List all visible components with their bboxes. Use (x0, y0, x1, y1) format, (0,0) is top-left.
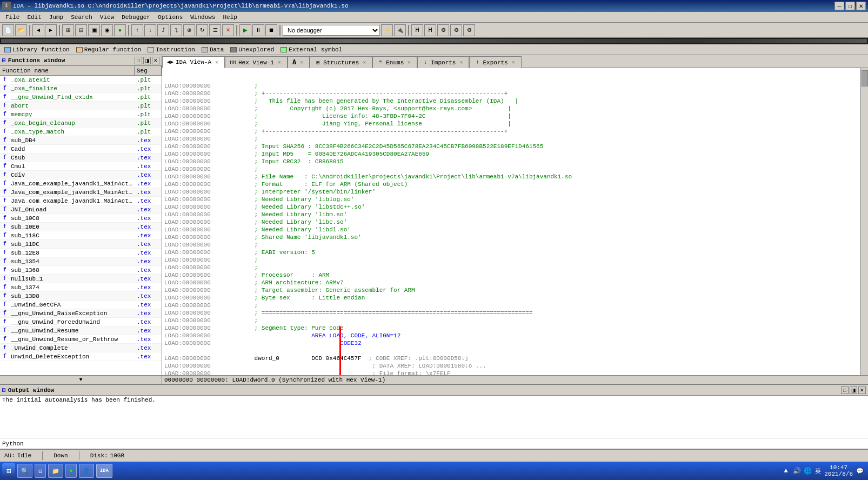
tab-enums-close[interactable]: ✕ (406, 59, 412, 66)
function-row[interactable]: f_oxa_type_match.plt (0, 128, 162, 136)
function-row[interactable]: fCdiv.tex (0, 171, 162, 179)
menu-help[interactable]: Help (219, 14, 240, 21)
tab-enums[interactable]: ≡ Enums ✕ (372, 56, 417, 68)
function-row[interactable]: fabort.plt (0, 102, 162, 110)
tab-ida-view-a-close[interactable]: ✕ (213, 59, 220, 65)
taskbar-ida-btn[interactable]: IDA (96, 464, 112, 478)
function-row[interactable]: fJava_com_example_javandk1_MainActivty….… (0, 188, 162, 197)
start-button[interactable]: ⊞ (2, 463, 15, 478)
panel-controls[interactable]: □ ◨ ✕ (135, 57, 159, 64)
function-row[interactable]: f__gnu_Unwind_Resume_or_Rethrow.tex (0, 335, 162, 344)
function-row[interactable]: f__gnu_Unwind_Find_exidx.plt (0, 93, 162, 102)
function-row[interactable]: fsub_DB4.tex (0, 136, 162, 145)
toolbar-play[interactable]: ▶ (239, 24, 251, 36)
tab-ida-view-a[interactable]: ◄► IDA View-A ✕ (162, 56, 225, 68)
menu-debugger[interactable]: Debugger (118, 14, 153, 21)
menu-search[interactable]: Search (68, 14, 96, 21)
scrollbar-thumb[interactable] (862, 70, 868, 86)
tab-a[interactable]: A ✕ (288, 56, 310, 68)
toolbar-btn2[interactable]: ⊟ (75, 24, 87, 36)
toolbar-btn1[interactable]: ⊞ (62, 24, 74, 36)
function-row[interactable]: fsub_1374.tex (0, 283, 162, 292)
taskbar-user-btn[interactable]: 👤 (79, 464, 94, 478)
menu-file[interactable]: File (2, 14, 23, 21)
toolbar-forward[interactable]: ► (45, 24, 57, 36)
toolbar-pause[interactable]: ⏸ (252, 24, 264, 36)
python-input[interactable] (26, 441, 866, 447)
taskbar-green-btn[interactable]: ● (65, 464, 77, 478)
menu-options[interactable]: Options (155, 14, 186, 21)
toolbar-hex4[interactable]: ⚙ (450, 24, 462, 36)
functions-list[interactable]: f_oxa_atexit.pltf_oxa_finalize.pltf__gnu… (0, 76, 162, 375)
function-row[interactable]: fJava_com_example_javandk1_MainActivity…… (0, 197, 162, 205)
toolbar-btn6[interactable]: ↓ (144, 24, 156, 36)
menu-edit[interactable]: Edit (24, 14, 44, 21)
menu-jump[interactable]: Jump (46, 14, 66, 21)
panel-float-button[interactable]: □ (135, 57, 142, 64)
tab-a-close[interactable]: ✕ (298, 59, 305, 66)
toolbar-hex5[interactable]: ⚙ (463, 24, 475, 36)
toolbar-stop[interactable]: ✕ (222, 24, 234, 36)
function-row[interactable]: f_Unwind_Complete.tex (0, 344, 162, 352)
toolbar-hex2[interactable]: H (424, 24, 436, 36)
tab-imports-close[interactable]: ✕ (458, 59, 464, 66)
toolbar-back[interactable]: ◄ (32, 24, 44, 36)
toolbar-stop2[interactable]: ⏹ (265, 24, 277, 36)
close-button[interactable]: ✕ (856, 2, 866, 10)
function-row[interactable]: fsub_10C8.tex (0, 214, 162, 223)
toolbar-btn3[interactable]: ▣ (88, 24, 100, 36)
function-row[interactable]: fsub_118C.tex (0, 231, 162, 240)
toolbar-btn5[interactable]: ↑ (131, 24, 143, 36)
toolbar-hex3[interactable]: ⚙ (437, 24, 449, 36)
tab-hex-view-1[interactable]: HH Hex View-1 ✕ (225, 56, 288, 68)
menu-windows[interactable]: Windows (187, 14, 218, 21)
tab-structures[interactable]: ⊞ Structures ✕ (310, 56, 372, 68)
panel-dock-button[interactable]: ◨ (143, 57, 151, 64)
minimize-button[interactable]: ─ (834, 2, 844, 10)
function-row[interactable]: fCmul.tex (0, 162, 162, 171)
output-float-button[interactable]: □ (841, 386, 849, 394)
toolbar-btn8[interactable]: ⤵ (170, 24, 182, 36)
function-row[interactable]: fsub_1368.tex (0, 266, 162, 275)
maximize-button[interactable]: □ (845, 2, 855, 10)
output-panel-controls[interactable]: □ ◨ ✕ (841, 386, 866, 394)
toolbar-hex1[interactable]: H (411, 24, 423, 36)
toolbar-go-green[interactable]: ● (114, 24, 126, 36)
function-row[interactable]: f_oxa_finalize.plt (0, 84, 162, 93)
taskbar-search-btn[interactable]: 🔍 (17, 464, 32, 478)
scroll-down-button[interactable]: ▼ (0, 375, 162, 384)
function-row[interactable]: fJava_com_example_javandk1_MainActivty….… (0, 179, 162, 188)
output-close-button[interactable]: ✕ (858, 386, 866, 394)
function-row[interactable]: fsub_10E0.tex (0, 223, 162, 231)
function-row[interactable]: fCadd.tex (0, 145, 162, 154)
function-row[interactable]: fmemcpy.plt (0, 110, 162, 119)
function-row[interactable]: fnullsub_1.tex (0, 275, 162, 283)
code-view[interactable]: LOAD:00000000 ;LOAD:00000000 ; +--------… (162, 68, 868, 375)
function-row[interactable]: fsub_11DC.tex (0, 240, 162, 249)
function-row[interactable]: f__gnu_Unwind_ForcedUnwind.tex (0, 318, 162, 326)
tab-exports[interactable]: ↑ Exports ✕ (469, 56, 521, 68)
scrollbar-vertical[interactable] (860, 68, 868, 375)
toolbar-btn9[interactable]: ⊕ (183, 24, 195, 36)
function-row[interactable]: fUnwind_DeleteException.tex (0, 352, 162, 361)
function-row[interactable]: f_oxa_begin_cleanup.plt (0, 119, 162, 128)
tab-hex-view-1-close[interactable]: ✕ (276, 59, 283, 66)
function-row[interactable]: fsub_12E8.tex (0, 249, 162, 257)
toolbar-btn11[interactable]: ☰ (209, 24, 221, 36)
taskbar-folder-btn[interactable]: 📁 (48, 464, 63, 478)
tab-structures-close[interactable]: ✕ (361, 59, 368, 66)
function-row[interactable]: f__gnu_Unwind_RaiseException.tex (0, 309, 162, 318)
toolbar-dbg2[interactable]: 🔌 (394, 24, 406, 36)
toolbar-btn7[interactable]: ⤴ (157, 24, 169, 36)
function-row[interactable]: f__gnu_Unwind_Resume.tex (0, 326, 162, 335)
tab-imports[interactable]: ↓ Imports ✕ (417, 56, 469, 68)
toolbar-open[interactable]: 📂 (15, 24, 27, 36)
toolbar-btn4[interactable]: ◉ (101, 24, 113, 36)
output-dock-button[interactable]: ◨ (850, 386, 857, 394)
title-bar-buttons[interactable]: ─ □ ✕ (834, 2, 866, 10)
function-row[interactable]: fsub_1354.tex (0, 257, 162, 266)
panel-close-button[interactable]: ✕ (152, 57, 159, 64)
toolbar-new[interactable]: 📄 (2, 24, 14, 36)
taskbar-explorer-btn[interactable]: ⊟ (35, 464, 46, 478)
function-row[interactable]: fCsub.tex (0, 154, 162, 162)
